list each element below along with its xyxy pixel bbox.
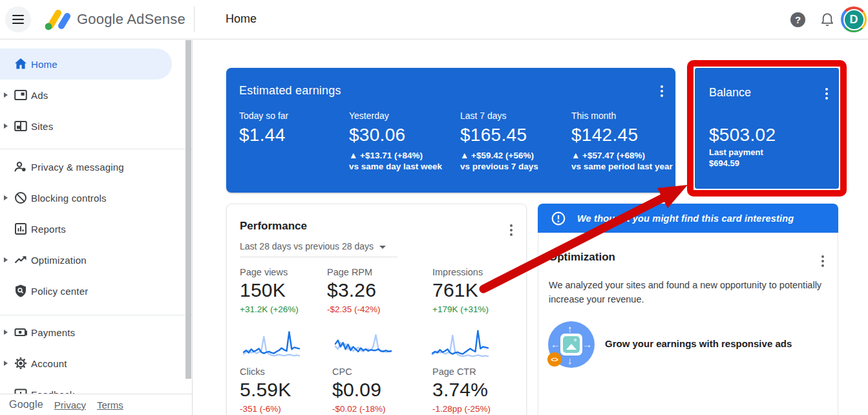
sidebar-divider [0, 315, 193, 315]
account-icon [13, 356, 28, 371]
performance-menu-button[interactable] [504, 221, 518, 238]
policy-center-icon [13, 283, 28, 299]
expand-caret-icon [4, 361, 8, 366]
sidebar-item-payments[interactable]: Payments [0, 317, 172, 348]
dropdown-caret-icon [379, 246, 386, 249]
bell-icon [819, 10, 836, 27]
expand-caret-icon [4, 195, 8, 200]
arrow-right-icon: → [582, 339, 592, 349]
adsense-logo-icon [41, 7, 71, 32]
optimization-description: We analyzed your sites and found a new o… [549, 278, 828, 307]
balance-title: Balance [709, 86, 751, 100]
optimization-body: Optimization We analyzed your sites and … [538, 233, 838, 415]
terms-link[interactable]: Terms [97, 399, 123, 410]
privacy-link[interactable]: Privacy [54, 399, 86, 410]
home-icon [13, 56, 28, 72]
avatar[interactable]: D [841, 6, 867, 32]
banner-text: We thought you might find this card inte… [577, 213, 794, 224]
arrow-down-icon: ↓ [567, 356, 573, 365]
clicks-sparkline [242, 324, 302, 361]
sidebar-item-blocking-controls[interactable]: Blocking controls [0, 182, 172, 213]
optimization-title: Optimization [549, 251, 615, 264]
page-ctr-sparkline [431, 324, 491, 361]
arrow-up-icon: ↑ [567, 324, 573, 334]
delta-up: ▲ +$59.42 (+56%) [460, 151, 534, 160]
blocking-controls-icon [13, 190, 28, 206]
topbar: GoogleAdSense Home ? D [0, 0, 868, 39]
sidebar: Home Ads Sites [0, 40, 193, 415]
sidebar-item-ads[interactable]: Ads [0, 80, 172, 111]
brand-adsense: AdSense [127, 11, 185, 27]
cpc-sparkline [334, 324, 394, 361]
sidebar-item-sites[interactable]: Sites [0, 111, 172, 142]
privacy-messaging-icon [13, 159, 28, 175]
sidebar-item-privacy-messaging[interactable]: Privacy & messaging [0, 151, 172, 182]
estimated-earnings-card: Estimated earnings Today so far $1.44 Ye… [226, 68, 675, 193]
footer-google-logo: Google [9, 399, 43, 410]
sidebar-item-optimization[interactable]: Optimization [0, 244, 172, 275]
brand-text: GoogleAdSense [77, 11, 185, 28]
sidebar-item-reports[interactable]: Reports [0, 213, 172, 244]
main-content: Estimated earnings Today so far $1.44 Ye… [193, 40, 868, 415]
ads-icon [13, 87, 28, 103]
optimization-icon [13, 252, 28, 268]
expand-caret-icon [4, 92, 8, 98]
optimization-card: We thought you might find this card inte… [538, 204, 838, 415]
arrow-left-icon: ← [551, 339, 560, 349]
suggestion-banner: We thought you might find this card inte… [538, 204, 838, 233]
expand-caret-icon [4, 123, 8, 129]
last-payment-amount: $694.59 [709, 158, 739, 168]
expand-caret-icon [4, 257, 8, 262]
expand-caret-icon [4, 330, 8, 335]
notifications-button[interactable] [818, 10, 836, 28]
balance-amount: $503.02 [709, 125, 776, 145]
ad-image-icon [560, 334, 582, 356]
optimization-menu-button[interactable] [816, 252, 830, 269]
estimated-earnings-menu-button[interactable] [655, 82, 669, 99]
annotation-highlight-box: Balance $503.02 Last payment $694.59 [687, 60, 847, 197]
balance-menu-button[interactable] [820, 85, 834, 101]
delta-up: ▲ +$57.47 (+68%) [571, 151, 645, 160]
balance-card: Balance $503.02 Last payment $694.59 [695, 68, 839, 189]
last-payment-label: Last payment [709, 147, 763, 157]
menu-button[interactable] [5, 6, 31, 32]
help-icon: ? [790, 12, 805, 27]
sidebar-item-account[interactable]: Account [0, 348, 172, 379]
payments-icon [13, 325, 28, 340]
performance-title: Performance [240, 220, 307, 233]
sidebar-item-policy-center[interactable]: Policy center [0, 275, 172, 306]
sidebar-item-home[interactable]: Home [0, 48, 172, 80]
brand-google: Google [77, 11, 123, 27]
code-badge-icon: <> [547, 352, 562, 367]
topbar-divider [194, 6, 195, 32]
page-title: Home [226, 12, 257, 26]
delta-up: ▲ +$13.71 (+84%) [349, 151, 423, 160]
responsive-ads-illustration: ↑ ↓ ← → <> [548, 321, 595, 368]
sidebar-scrollbar[interactable] [185, 40, 191, 379]
badge-alert-icon [550, 210, 567, 227]
date-range-dropdown[interactable]: Last 28 days vs previous 28 days [240, 241, 386, 251]
reports-icon [13, 221, 28, 237]
hamburger-icon [12, 15, 24, 27]
avatar-letter: D [843, 9, 865, 30]
help-button[interactable]: ? [790, 12, 806, 27]
sidebar-divider [0, 149, 193, 149]
adsense-logo[interactable]: GoogleAdSense [41, 7, 185, 32]
sites-icon [13, 118, 28, 134]
divider [240, 257, 397, 257]
adsense-dashboard: GoogleAdSense Home ? D Home [0, 0, 868, 415]
sidebar-footer: Google Privacy Terms [0, 394, 192, 415]
optimization-cta[interactable]: Grow your earnings with responsive ads [605, 338, 812, 349]
performance-card: Performance Last 28 days vs previous 28 … [226, 204, 527, 415]
estimated-earnings-title: Estimated earnings [239, 84, 341, 98]
